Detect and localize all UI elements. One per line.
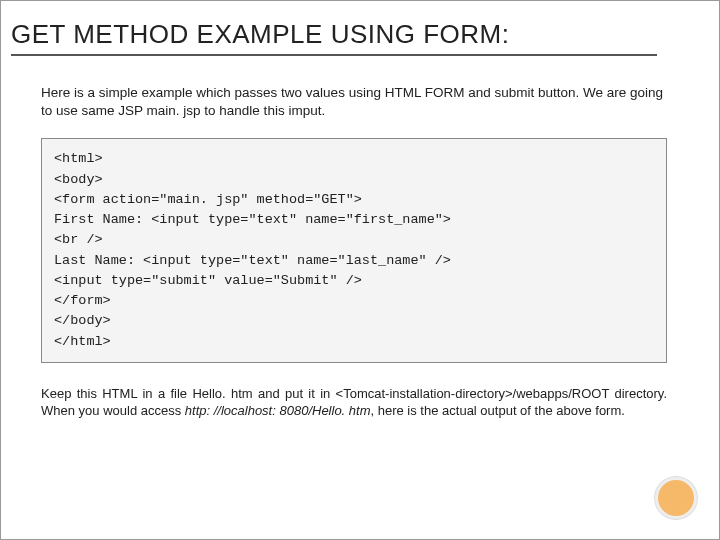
footnote-text-post: , here is the actual output of the above… xyxy=(371,403,625,418)
code-line: <form action="main. jsp" method="GET"> xyxy=(54,192,362,207)
slide: GET METHOD EXAMPLE USING FORM: Here is a… xyxy=(0,0,720,540)
code-line: First Name: <input type="text" name="fir… xyxy=(54,212,451,227)
intro-paragraph: Here is a simple example which passes tw… xyxy=(41,84,667,120)
footnote-paragraph: Keep this HTML in a file Hello. htm and … xyxy=(41,385,667,420)
code-line: Last Name: <input type="text" name="last… xyxy=(54,253,451,268)
code-line: <br /> xyxy=(54,232,103,247)
code-line: <html> xyxy=(54,151,103,166)
footnote-url: http: //localhost: 8080/Hello. htm xyxy=(185,403,371,418)
code-line: <body> xyxy=(54,172,103,187)
slide-title: GET METHOD EXAMPLE USING FORM: xyxy=(11,19,657,56)
decorative-circle-icon xyxy=(655,477,697,519)
code-line: <input type="submit" value="Submit" /> xyxy=(54,273,362,288)
code-block: <html> <body> <form action="main. jsp" m… xyxy=(41,138,667,363)
code-line: </body> xyxy=(54,313,111,328)
code-line: </html> xyxy=(54,334,111,349)
code-line: </form> xyxy=(54,293,111,308)
